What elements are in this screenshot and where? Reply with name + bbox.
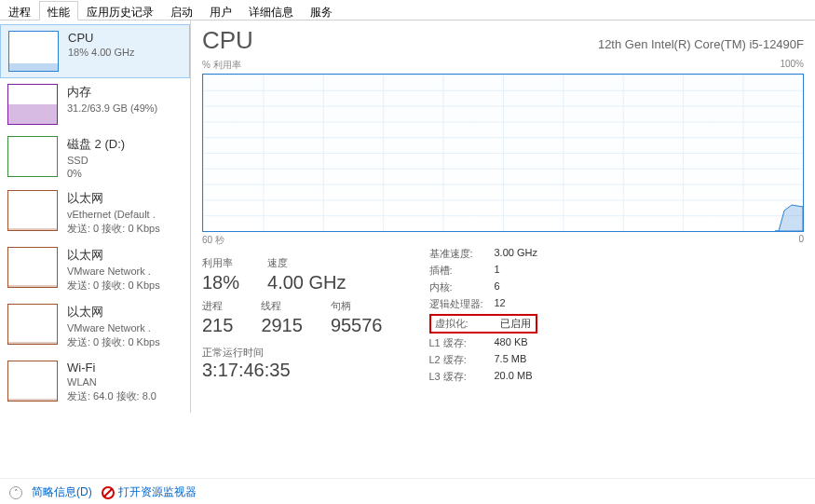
chart-top-left-label: % 利用率 <box>202 59 241 72</box>
tab-启动[interactable]: 启动 <box>162 1 201 20</box>
sidebar-item-eth-4[interactable]: 以太网VMware Network .发送: 0 接收: 0 Kbps <box>0 241 190 298</box>
sidebar-item-title: 磁盘 2 (D:) <box>67 136 183 153</box>
stat-label: 进程 <box>202 299 233 313</box>
fewer-details-link[interactable]: 简略信息(D) <box>32 484 92 500</box>
thumb-icon <box>7 361 58 402</box>
stat-value: 18% <box>202 272 239 293</box>
sidebar-item-disk-2[interactable]: 磁盘 2 (D:)SSD0% <box>0 130 190 184</box>
detail-row-虚拟化:: 虚拟化:已启用 <box>429 314 537 334</box>
sidebar: CPU18% 4.00 GHz内存31.2/63.9 GB (49%)磁盘 2 … <box>0 20 191 413</box>
thumb-icon <box>7 304 58 345</box>
stat-句柄: 句柄95576 <box>331 299 383 336</box>
detail-row-插槽:: 插槽:1 <box>429 264 537 278</box>
detail-val: 1 <box>495 264 500 278</box>
tab-应用历史记录[interactable]: 应用历史记录 <box>78 1 162 20</box>
sidebar-item-sub: WLAN <box>67 376 183 388</box>
chart-bottom-right-label: 0 <box>798 234 804 247</box>
sidebar-item-title: 以太网 <box>67 304 183 320</box>
detail-val: 3.00 GHz <box>495 247 537 261</box>
thumb-icon <box>7 247 58 288</box>
cpu-model: 12th Gen Intel(R) Core(TM) i5-12490F <box>598 37 804 51</box>
tab-bar: 进程性能应用历史记录启动用户详细信息服务 <box>0 0 815 20</box>
chevron-up-icon[interactable]: ˄ <box>9 486 22 499</box>
sidebar-item-title: 以太网 <box>67 247 183 264</box>
sidebar-item-title: 内存 <box>67 84 183 101</box>
main-area: CPU18% 4.00 GHz内存31.2/63.9 GB (49%)磁盘 2 … <box>0 20 815 478</box>
sidebar-item-mem-1[interactable]: 内存31.2/63.9 GB (49%) <box>0 78 190 130</box>
detail-row-内核:: 内核:6 <box>429 280 537 294</box>
stat-label: 利用率 <box>202 256 239 270</box>
sidebar-item-sub: 18% 4.00 GHz <box>68 47 182 58</box>
sidebar-item-title: Wi-Fi <box>67 361 183 375</box>
sidebar-item-title: 以太网 <box>67 190 183 207</box>
tab-服务[interactable]: 服务 <box>302 1 341 20</box>
stat-进程: 进程215 <box>202 299 233 336</box>
detail-val: 20.0 MB <box>495 370 533 384</box>
stat-速度: 速度4.00 GHz <box>267 256 346 293</box>
sidebar-item-sub2: 0% <box>67 168 183 179</box>
detail-key: L2 缓存: <box>429 353 495 367</box>
sidebar-item-sub: 31.2/63.9 GB (49%) <box>67 102 183 114</box>
detail-val: 6 <box>495 280 500 294</box>
detail-key: 逻辑处理器: <box>429 297 495 311</box>
sidebar-item-title: CPU <box>68 31 182 45</box>
sidebar-item-eth-3[interactable]: 以太网vEthernet (Default .发送: 0 接收: 0 Kbps <box>0 184 190 241</box>
uptime-value: 3:17:46:35 <box>202 360 383 381</box>
detail-val: 12 <box>495 297 506 311</box>
sidebar-item-wifi-6[interactable]: Wi-FiWLAN发送: 64.0 接收: 8.0 <box>0 355 190 409</box>
open-resource-monitor-link[interactable]: 打开资源监视器 <box>102 484 197 500</box>
detail-row-L1 缓存:: L1 缓存:480 KB <box>429 336 537 350</box>
sidebar-item-cpu-0[interactable]: CPU18% 4.00 GHz <box>0 24 190 78</box>
stat-label: 句柄 <box>331 299 383 313</box>
page-title: CPU <box>202 26 253 55</box>
detail-key: L3 缓存: <box>429 370 495 384</box>
stat-value: 4.00 GHz <box>267 272 346 293</box>
sidebar-item-sub: SSD <box>67 155 183 166</box>
sidebar-item-eth-5[interactable]: 以太网VMware Network .发送: 0 接收: 0 Kbps <box>0 298 190 355</box>
stat-value: 95576 <box>331 315 383 336</box>
tab-进程[interactable]: 进程 <box>0 1 39 20</box>
stat-利用率: 利用率18% <box>202 256 239 293</box>
detail-val: 480 KB <box>495 336 528 350</box>
detail-val: 已启用 <box>500 317 531 331</box>
sidebar-item-sub2: 发送: 0 接收: 0 Kbps <box>67 335 183 349</box>
forbid-icon <box>102 486 115 499</box>
thumb-icon <box>7 84 58 125</box>
tab-性能[interactable]: 性能 <box>39 1 78 20</box>
detail-row-L2 缓存:: L2 缓存:7.5 MB <box>429 353 537 367</box>
sidebar-item-sub: VMware Network . <box>67 322 183 334</box>
uptime-label: 正常运行时间 <box>202 346 383 360</box>
sidebar-item-sub2: 发送: 0 接收: 0 Kbps <box>67 222 183 236</box>
detail-key: 基准速度: <box>429 247 495 261</box>
chart-trace-icon <box>775 203 803 231</box>
detail-val: 7.5 MB <box>495 353 527 367</box>
sidebar-item-sub: VMware Network . <box>67 266 183 277</box>
stat-线程: 线程2915 <box>261 299 303 336</box>
detail-row-逻辑处理器:: 逻辑处理器:12 <box>429 297 537 311</box>
detail-key: 虚拟化: <box>435 317 500 331</box>
detail-row-基准速度:: 基准速度:3.00 GHz <box>429 247 537 261</box>
sidebar-item-sub2: 发送: 0 接收: 0 Kbps <box>67 279 183 293</box>
content-panel: CPU 12th Gen Intel(R) Core(TM) i5-12490F… <box>191 20 815 478</box>
chart-bottom-left-label: 60 秒 <box>202 234 224 247</box>
sidebar-item-sub2: 发送: 64.0 接收: 8.0 <box>67 389 183 403</box>
tab-用户[interactable]: 用户 <box>201 1 240 20</box>
stat-label: 线程 <box>261 299 303 313</box>
tab-详细信息[interactable]: 详细信息 <box>240 1 302 20</box>
thumb-icon <box>8 31 59 72</box>
stat-label: 速度 <box>267 256 346 270</box>
detail-key: L1 缓存: <box>429 336 495 350</box>
chart-top-right-label: 100% <box>780 59 804 72</box>
detail-key: 插槽: <box>429 264 495 278</box>
bottom-bar: ˄ 简略信息(D) 打开资源监视器 <box>0 478 815 504</box>
stat-value: 2915 <box>261 315 303 336</box>
sidebar-item-sub: vEthernet (Default . <box>67 209 183 220</box>
detail-key: 内核: <box>429 280 495 294</box>
cpu-utilization-chart[interactable] <box>202 74 804 232</box>
thumb-icon <box>7 190 58 231</box>
thumb-icon <box>7 136 58 177</box>
stat-value: 215 <box>202 315 233 336</box>
detail-row-L3 缓存:: L3 缓存:20.0 MB <box>429 370 537 384</box>
